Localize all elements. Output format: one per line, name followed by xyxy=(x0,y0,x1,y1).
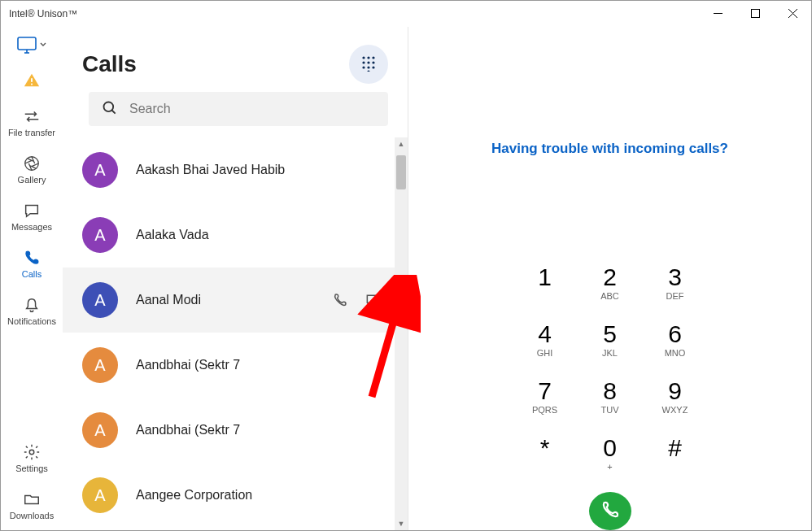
sidebar-item-notifications[interactable]: Notifications xyxy=(3,292,60,329)
sidebar-item-downloads[interactable]: Downloads xyxy=(3,486,60,524)
warning-icon xyxy=(22,71,41,90)
scroll-up-button[interactable]: ▲ xyxy=(395,137,408,150)
sidebar-label: File transfer xyxy=(8,128,55,137)
contact-name: Aandbhai (Sektr 7 xyxy=(136,358,401,372)
key-digit: * xyxy=(540,436,550,460)
svg-point-21 xyxy=(104,102,114,111)
key-digit: # xyxy=(668,436,682,460)
search-box[interactable] xyxy=(89,92,388,126)
folder-icon xyxy=(22,490,41,509)
sidebar-label: Messages xyxy=(11,222,52,232)
contact-avatar: A xyxy=(82,152,118,188)
keypad-key-5[interactable]: 5JKL xyxy=(578,311,643,368)
help-link[interactable]: Having trouble with incoming calls? xyxy=(491,141,728,157)
keypad-key-6[interactable]: 6MNO xyxy=(643,311,708,368)
contact-row[interactable]: AAandbhai (Sektr 7 xyxy=(63,398,401,463)
key-letters: ABC xyxy=(600,291,619,301)
contact-row[interactable]: AAanal Modi xyxy=(63,268,401,333)
contacts-list: AAakash Bhai Javed HabibAAalaka VadaAAan… xyxy=(63,137,408,530)
contact-row[interactable]: AAalaka Vada xyxy=(63,202,401,268)
key-digit: 2 xyxy=(603,265,617,289)
phone-icon xyxy=(600,499,621,523)
keypad-key-#[interactable]: # xyxy=(643,425,708,482)
key-digit: 9 xyxy=(668,379,682,403)
sidebar-item-calls[interactable]: Calls xyxy=(3,245,60,282)
svg-rect-8 xyxy=(31,84,33,85)
contact-name: Aangee Corporation xyxy=(136,488,401,503)
search-input[interactable] xyxy=(129,102,375,116)
keypad-key-0[interactable]: 0+ xyxy=(578,425,643,482)
contact-avatar: A xyxy=(82,347,118,383)
contact-row[interactable]: AAangee Corporation xyxy=(63,463,401,528)
svg-rect-4 xyxy=(18,37,36,50)
svg-point-11 xyxy=(362,56,365,59)
keypad-key-2[interactable]: 2ABC xyxy=(578,255,643,311)
keypad-key-4[interactable]: 4GHI xyxy=(513,311,578,368)
window-title: Intel® Unison™ xyxy=(9,8,77,20)
svg-line-22 xyxy=(112,110,116,113)
device-selector[interactable] xyxy=(13,33,50,58)
sidebar-item-file-transfer[interactable]: File transfer xyxy=(3,103,60,141)
monitor-icon xyxy=(17,37,46,54)
scrollbar-track[interactable]: ▲ ▼ xyxy=(395,137,408,530)
svg-rect-1 xyxy=(751,10,759,18)
svg-point-14 xyxy=(362,61,365,63)
key-digit: 5 xyxy=(603,322,617,346)
minimize-button[interactable] xyxy=(699,1,736,27)
maximize-button[interactable] xyxy=(736,1,774,27)
contact-avatar: A xyxy=(82,217,118,253)
svg-point-19 xyxy=(372,66,374,68)
key-letters: PQRS xyxy=(532,405,557,415)
svg-rect-7 xyxy=(31,78,33,82)
key-letters: + xyxy=(607,462,612,472)
keypad-key-9[interactable]: 9WXYZ xyxy=(643,368,708,425)
warning-indicator[interactable] xyxy=(3,67,60,94)
contact-name: Aalaka Vada xyxy=(136,228,401,242)
sidebar-label: Notifications xyxy=(7,316,56,326)
call-button[interactable] xyxy=(589,492,631,530)
contact-avatar: A xyxy=(82,282,118,318)
phone-icon xyxy=(22,248,41,268)
contact-avatar: A xyxy=(82,412,118,448)
contact-name: Aanal Modi xyxy=(136,293,331,307)
key-digit: 0 xyxy=(603,436,617,460)
contact-name: Aandbhai (Sektr 7 xyxy=(136,423,401,437)
svg-point-10 xyxy=(29,450,34,455)
message-contact-button[interactable] xyxy=(364,291,382,309)
call-contact-button[interactable] xyxy=(331,291,349,309)
key-letters: JKL xyxy=(602,348,618,358)
sidebar-item-gallery[interactable]: Gallery xyxy=(3,150,60,188)
key-letters: DEF xyxy=(666,291,684,301)
search-icon xyxy=(102,100,118,119)
close-button[interactable] xyxy=(774,1,811,27)
sidebar-item-messages[interactable]: Messages xyxy=(3,198,60,235)
contact-row[interactable]: AAakash Bhai Javed Habib xyxy=(63,137,401,202)
key-letters: TUV xyxy=(601,405,619,415)
calls-panel: Calls AAakash Bh xyxy=(63,27,408,530)
sidebar-label: Gallery xyxy=(18,175,46,185)
keypad-key-7[interactable]: 7PQRS xyxy=(513,368,578,425)
svg-point-20 xyxy=(367,70,369,72)
contact-row[interactable]: AAandbhai (Sektr 7 xyxy=(63,333,401,398)
sidebar-item-settings[interactable]: Settings xyxy=(3,439,60,477)
aperture-icon xyxy=(22,154,41,173)
key-digit: 4 xyxy=(538,322,552,346)
sidebar-label: Calls xyxy=(22,269,41,279)
scroll-down-button[interactable]: ▼ xyxy=(395,517,408,530)
gear-icon xyxy=(22,442,41,462)
dial-keypad: 12ABC3DEF4GHI5JKL6MNO7PQRS8TUV9WXYZ*0+# xyxy=(513,255,708,482)
transfer-icon xyxy=(22,107,41,126)
keypad-key-8[interactable]: 8TUV xyxy=(578,368,643,425)
dialpad-toggle-button[interactable] xyxy=(349,45,388,84)
key-letters: GHI xyxy=(537,348,553,358)
keypad-key-1[interactable]: 1 xyxy=(513,255,578,311)
key-digit: 7 xyxy=(538,379,552,403)
title-bar: Intel® Unison™ xyxy=(1,1,811,27)
keypad-key-3[interactable]: 3DEF xyxy=(643,255,708,311)
sidebar-label: Downloads xyxy=(10,511,54,520)
sidebar: File transfer Gallery Messages Calls Not… xyxy=(1,27,63,530)
keypad-key-*[interactable]: * xyxy=(513,425,578,482)
scrollbar-thumb[interactable] xyxy=(396,155,406,189)
contact-avatar: A xyxy=(82,477,118,513)
key-letters: MNO xyxy=(665,348,686,358)
